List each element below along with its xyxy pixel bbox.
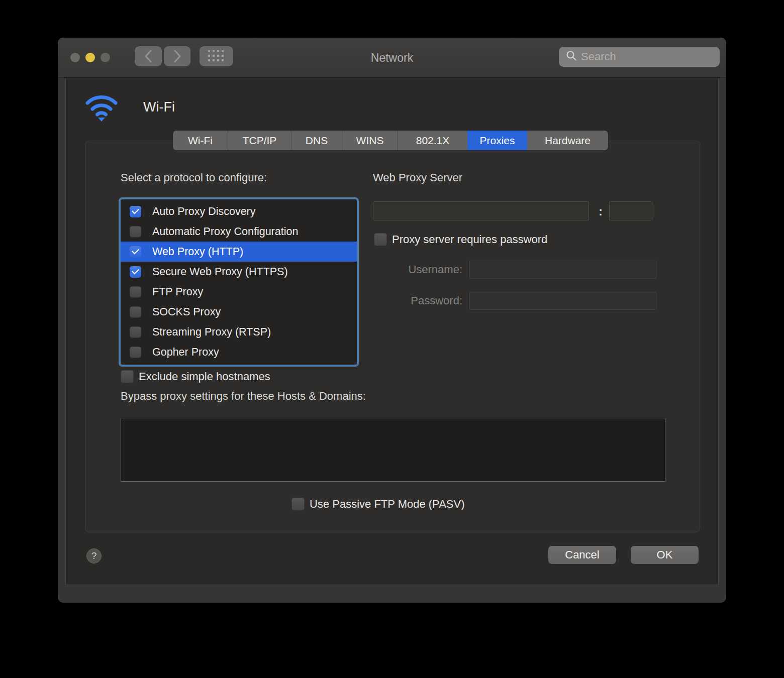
- exclude-hostnames-checkbox[interactable]: [121, 370, 134, 383]
- network-preferences-window: Network Wi-Fi Wi-Fi TCP/IP: [58, 38, 726, 603]
- exclude-hostnames-row: Exclude simple hostnames: [121, 370, 270, 383]
- list-item-streaming-proxy-rtsp[interactable]: Streaming Proxy (RTSP): [121, 322, 357, 342]
- tab-wins[interactable]: WINS: [342, 131, 398, 150]
- requires-password-checkbox[interactable]: [374, 233, 387, 246]
- checkbox-socks-proxy[interactable]: [130, 306, 141, 318]
- protocol-label: Web Proxy (HTTP): [152, 246, 243, 258]
- username-input: [469, 261, 656, 279]
- checkbox-streaming-proxy-rtsp[interactable]: [130, 326, 141, 338]
- protocol-label: Auto Proxy Discovery: [152, 205, 256, 218]
- list-item-auto-proxy-discovery[interactable]: Auto Proxy Discovery: [121, 201, 357, 221]
- list-item-socks-proxy[interactable]: SOCKS Proxy: [121, 302, 357, 322]
- search-input[interactable]: [581, 50, 726, 63]
- list-item-ftp-proxy[interactable]: FTP Proxy: [121, 282, 357, 302]
- search-icon: [564, 50, 581, 63]
- requires-password-label: Proxy server requires password: [392, 233, 547, 246]
- passive-ftp-row: Use Passive FTP Mode (PASV): [291, 498, 465, 511]
- web-proxy-server-label: Web Proxy Server: [373, 171, 462, 184]
- requires-password-row: Proxy server requires password: [374, 233, 547, 246]
- tab-proxies[interactable]: Proxies: [467, 131, 527, 150]
- protocol-label: Secure Web Proxy (HTTPS): [152, 266, 288, 278]
- passive-ftp-label: Use Passive FTP Mode (PASV): [310, 498, 465, 511]
- cancel-button[interactable]: Cancel: [548, 546, 616, 564]
- title-bar: Network: [58, 38, 726, 78]
- checkbox-ftp-proxy[interactable]: [130, 286, 141, 298]
- list-item-web-proxy-http[interactable]: Web Proxy (HTTP): [121, 242, 357, 262]
- tab-hardware[interactable]: Hardware: [527, 131, 608, 150]
- tab-dns[interactable]: DNS: [291, 131, 342, 150]
- checkbox-automatic-proxy-configuration[interactable]: [130, 226, 141, 238]
- password-label: Password:: [372, 294, 462, 307]
- preferences-content: Wi-Fi Wi-Fi TCP/IP DNS WINS 802.1X Proxi…: [65, 78, 719, 585]
- protocol-label: FTP Proxy: [152, 286, 203, 298]
- list-item-gopher-proxy[interactable]: Gopher Proxy: [121, 342, 357, 362]
- password-input: [469, 292, 656, 310]
- checkbox-auto-proxy-discovery[interactable]: [130, 206, 141, 217]
- proxy-port-input[interactable]: [609, 201, 652, 220]
- checkbox-secure-web-proxy-https[interactable]: [130, 266, 141, 278]
- question-mark-icon: ?: [91, 550, 97, 561]
- checkbox-gopher-proxy[interactable]: [130, 347, 141, 358]
- list-item-secure-web-proxy-https[interactable]: Secure Web Proxy (HTTPS): [121, 262, 357, 282]
- port-separator: :: [596, 202, 606, 221]
- proxy-server-input[interactable]: [373, 201, 589, 220]
- exclude-hostnames-label: Exclude simple hostnames: [139, 370, 270, 383]
- tab-bar: Wi-Fi TCP/IP DNS WINS 802.1X Proxies Har…: [173, 131, 608, 150]
- protocol-label: Gopher Proxy: [152, 346, 219, 359]
- select-protocol-label: Select a protocol to configure:: [121, 171, 267, 184]
- protocol-label: SOCKS Proxy: [152, 306, 221, 318]
- tab-wifi[interactable]: Wi-Fi: [173, 131, 228, 150]
- protocol-label: Streaming Proxy (RTSP): [152, 326, 271, 338]
- ok-button[interactable]: OK: [631, 546, 699, 564]
- wifi-icon: [85, 92, 118, 122]
- bypass-hosts-textarea[interactable]: [121, 418, 665, 482]
- bypass-label: Bypass proxy settings for these Hosts & …: [121, 390, 366, 403]
- protocol-label: Automatic Proxy Configuration: [152, 225, 298, 238]
- tab-tcpip[interactable]: TCP/IP: [228, 131, 291, 150]
- search-field[interactable]: [559, 47, 720, 67]
- username-label: Username:: [372, 263, 462, 276]
- passive-ftp-checkbox[interactable]: [291, 498, 305, 511]
- help-button[interactable]: ?: [86, 548, 102, 563]
- checkbox-web-proxy-http[interactable]: [130, 246, 141, 258]
- connection-name: Wi-Fi: [143, 99, 175, 115]
- protocol-list: Auto Proxy Discovery Automatic Proxy Con…: [121, 199, 357, 365]
- tab-8021x[interactable]: 802.1X: [398, 131, 467, 150]
- list-item-automatic-proxy-configuration[interactable]: Automatic Proxy Configuration: [121, 221, 357, 242]
- proxies-panel: Select a protocol to configure: Auto Pro…: [85, 141, 700, 532]
